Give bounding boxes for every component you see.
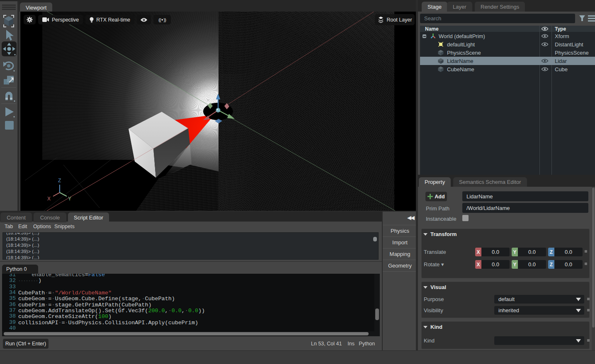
- svg-text:X: X: [47, 196, 51, 202]
- svg-text:Y: Y: [68, 196, 71, 202]
- svg-text:Z: Z: [58, 178, 61, 183]
